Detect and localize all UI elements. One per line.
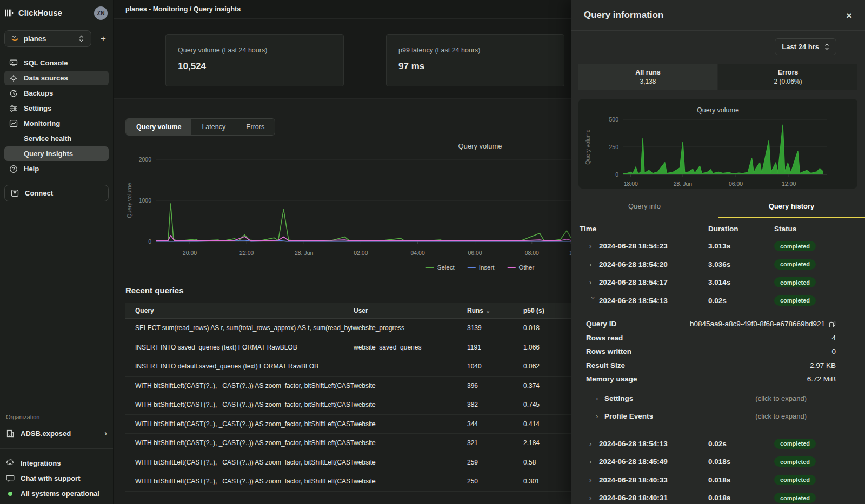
chevron-right-icon[interactable]: › (589, 260, 599, 268)
sidebar-item-sql-console[interactable]: SQL Console (4, 56, 109, 70)
stat-label: p99 latency (Last 24 hours) (398, 46, 552, 54)
time-range-select[interactable]: Last 24 hrs (775, 38, 836, 55)
chevron-right-icon[interactable]: › (589, 440, 599, 448)
tab-latency[interactable]: Latency (191, 119, 236, 135)
workspace-selector[interactable]: planes (4, 30, 91, 47)
chevron-right-icon[interactable]: › (589, 476, 599, 484)
legend-label: Insert (479, 264, 495, 271)
close-icon[interactable]: × (846, 10, 852, 21)
svg-text:04:00: 04:00 (410, 250, 424, 256)
query-volume-stat-card: Query volume (Last 24 hours) 10,524 (165, 34, 344, 86)
sidebar-item-help[interactable]: Help (4, 162, 109, 176)
chevron-right-icon[interactable]: › (589, 494, 599, 502)
query-id-row: Query ID b0845aa9-a8c9-49f0-8f68-e678669… (586, 317, 836, 331)
sidebar-item-query-insights[interactable]: Query insights (4, 146, 109, 161)
sidebar-item-monitoring[interactable]: Monitoring (4, 116, 109, 131)
table-row[interactable]: WITH bitShiftLeft(CAST(?..), _CAST(?..))… (125, 415, 571, 434)
table-row[interactable]: WITH bitShiftLeft(CAST(?..), _CAST(?..))… (125, 472, 571, 492)
integrations-link[interactable]: Integrations (4, 459, 109, 467)
segment-value: 3,138 (578, 78, 717, 85)
sidebar-nav: SQL Console Data sources Backups (4, 56, 109, 176)
organization-selector[interactable]: ADSB.exposed › (4, 427, 109, 440)
tab-query-volume[interactable]: Query volume (126, 119, 191, 135)
chevron-right-icon[interactable]: › (589, 297, 597, 306)
history-status: completed (774, 277, 865, 287)
system-status-link[interactable]: All systems operational (4, 489, 109, 498)
history-row[interactable]: › 2024-06-28 18:54:17 3.014s completed (571, 273, 865, 292)
history-row[interactable]: › 2024-06-28 18:54:13 0.02s completed (571, 292, 865, 310)
settings-expander[interactable]: › Settings (click to expand) (586, 389, 836, 407)
status-badge: completed (774, 439, 816, 449)
svg-text:500: 500 (609, 116, 618, 123)
table-row[interactable]: SELECT sum(read_rows) AS r, sum(total_ro… (125, 319, 571, 338)
user-cell: website (354, 459, 467, 466)
add-workspace-button[interactable]: + (98, 33, 109, 44)
history-row[interactable]: › 2024-06-28 18:54:20 3.036s completed (571, 256, 865, 274)
query-cell: WITH bitShiftLeft(CAST(?..), _CAST(?..))… (125, 478, 354, 485)
user-cell: website (354, 478, 467, 485)
table-row[interactable]: WITH bitShiftLeft(CAST(?..), _CAST(?..))… (125, 377, 571, 396)
legend-item-other[interactable]: Other (507, 264, 534, 271)
sql-console-icon (9, 59, 18, 67)
table-row[interactable]: WITH bitShiftLeft(CAST(?..), _CAST(?..))… (125, 434, 571, 453)
stat-value: 10,524 (178, 61, 331, 72)
profile-events-expander[interactable]: › Profile Events (click to expand) (586, 407, 836, 425)
legend-item-select[interactable]: Select (426, 264, 455, 271)
status-ok-dot-icon (8, 492, 12, 496)
main-content: Query volume Latency Errors Query volume… (114, 99, 571, 504)
column-header-runs[interactable]: Runs⌄ (467, 307, 523, 314)
detail-label: Memory usage (586, 375, 637, 383)
chevron-right-icon: › (104, 429, 107, 438)
history-row[interactable]: › 2024-06-28 18:40:31 0.018s completed (571, 489, 865, 504)
p50-cell: 0.018 (523, 324, 571, 332)
history-status: completed (774, 456, 865, 467)
chevron-right-icon[interactable]: › (589, 278, 599, 286)
chevron-right-icon[interactable]: › (589, 458, 599, 466)
history-row[interactable]: › 2024-06-28 18:45:49 0.018s completed (571, 453, 865, 471)
chart-canvas[interactable]: 025050018:0028. Jun06:0012:00Query volum… (584, 114, 852, 189)
chevron-right-icon[interactable]: › (589, 242, 599, 250)
history-status: completed (774, 295, 865, 306)
tab-query-history[interactable]: Query history (718, 197, 865, 218)
history-status: completed (774, 475, 865, 485)
tab-query-info[interactable]: Query info (571, 197, 718, 218)
legend-swatch (426, 267, 434, 268)
segment-all-runs[interactable]: All runs 3,138 (578, 64, 717, 90)
svg-text:02:00: 02:00 (354, 250, 368, 256)
history-row[interactable]: › 2024-06-28 18:54:23 3.013s completed (571, 237, 865, 256)
table-row[interactable]: WITH bitShiftLeft(CAST(?..), _CAST(?..))… (125, 453, 571, 473)
tab-errors[interactable]: Errors (236, 119, 275, 135)
breadcrumb: planes - Monitoring / Query insights (125, 5, 241, 13)
copy-icon[interactable] (829, 320, 836, 328)
avatar[interactable]: ZN (94, 6, 108, 20)
table-row[interactable]: INSERT INTO saved_queries (text) FORMAT … (125, 338, 571, 358)
history-row[interactable]: › 2024-06-28 18:40:33 0.018s completed (571, 471, 865, 489)
sidebar-item-label: Help (24, 165, 39, 173)
sidebar-item-backups[interactable]: Backups (4, 86, 109, 100)
column-header-user[interactable]: User (354, 307, 467, 314)
sidebar-item-data-sources[interactable]: Data sources (4, 71, 109, 85)
column-header-query[interactable]: Query (125, 307, 354, 314)
p50-cell: 0.374 (523, 382, 571, 389)
history-duration: 0.018s (708, 458, 774, 466)
organization-name: ADSB.exposed (21, 429, 71, 438)
sidebar-item-service-health[interactable]: Service health (4, 131, 109, 146)
chart-canvas[interactable]: 01000200020:0022:0028. Jun02:0004:0006:0… (125, 152, 571, 258)
connect-button[interactable]: Connect (4, 185, 109, 201)
sidebar-item-settings[interactable]: Settings (4, 101, 109, 116)
segment-errors[interactable]: Errors 2 (0.06%) (718, 64, 857, 90)
query-id-value: b0845aa9-a8c9-49f0-8f68-e678669bd921 (690, 320, 825, 328)
legend-item-insert[interactable]: Insert (468, 264, 495, 271)
divider (0, 448, 113, 449)
history-duration: 0.018s (708, 476, 774, 484)
column-header-p50[interactable]: p50 (s) (523, 307, 571, 314)
table-row[interactable]: INSERT INTO default.saved_queries (text)… (125, 357, 571, 377)
table-row[interactable]: WITH bitShiftLeft(CAST(?..), _CAST(?..))… (125, 395, 571, 415)
user-cell: website (354, 439, 467, 447)
detail-row: Rows read 4 (586, 331, 836, 345)
chevron-right-icon: › (596, 412, 604, 420)
chat-with-support-link[interactable]: Chat with support (4, 474, 109, 482)
history-row[interactable]: › 2024-06-28 18:54:13 0.02s completed (571, 435, 865, 453)
query-cell: WITH bitShiftLeft(CAST(?..), _CAST(?..))… (125, 401, 354, 408)
runs-cell: 3139 (467, 324, 523, 332)
